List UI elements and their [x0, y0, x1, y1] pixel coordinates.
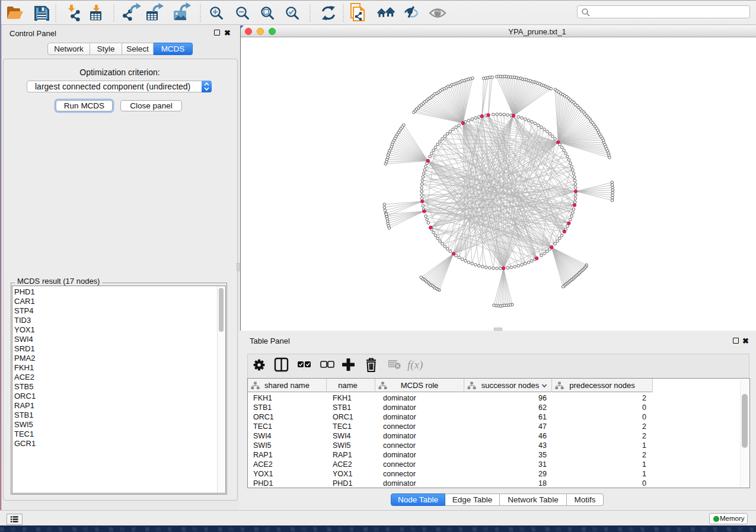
svg-text:f(x): f(x): [407, 358, 423, 371]
